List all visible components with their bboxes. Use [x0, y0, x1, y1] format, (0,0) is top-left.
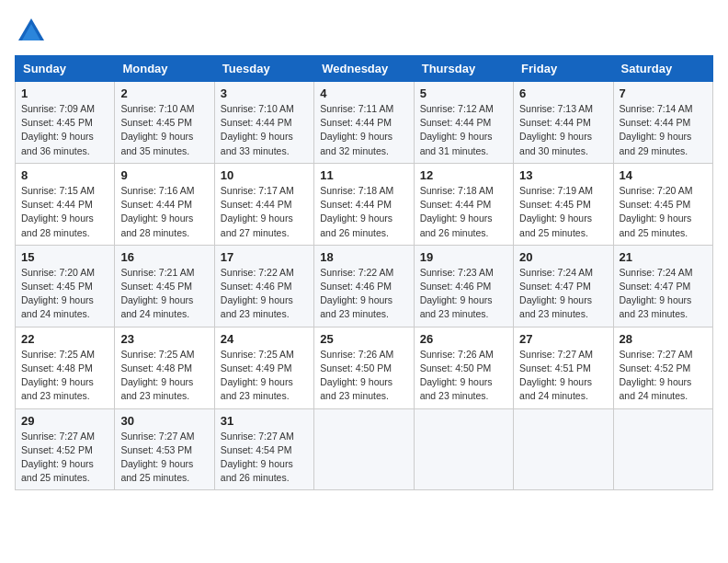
day-detail: Sunrise: 7:17 AMSunset: 4:44 PMDaylight:…: [221, 185, 294, 238]
day-number: 22: [21, 332, 108, 346]
day-detail: Sunrise: 7:09 AMSunset: 4:45 PMDaylight:…: [21, 103, 95, 156]
day-number: 23: [120, 332, 208, 346]
calendar-cell: 4 Sunrise: 7:11 AMSunset: 4:44 PMDayligh…: [314, 82, 414, 164]
calendar-cell: 21 Sunrise: 7:24 AMSunset: 4:47 PMDaylig…: [613, 245, 712, 327]
day-detail: Sunrise: 7:27 AMSunset: 4:54 PMDaylight:…: [221, 431, 294, 484]
calendar-cell: [514, 408, 613, 490]
day-detail: Sunrise: 7:27 AMSunset: 4:52 PMDaylight:…: [620, 349, 693, 402]
day-number: 31: [221, 414, 308, 428]
day-detail: Sunrise: 7:27 AMSunset: 4:51 PMDaylight:…: [519, 349, 593, 402]
day-of-week-friday: Friday: [514, 56, 613, 82]
day-detail: Sunrise: 7:25 AMSunset: 4:48 PMDaylight:…: [120, 349, 194, 402]
calendar-cell: 1 Sunrise: 7:09 AMSunset: 4:45 PMDayligh…: [16, 82, 115, 164]
day-detail: Sunrise: 7:25 AMSunset: 4:49 PMDaylight:…: [221, 349, 294, 402]
calendar-cell: 17 Sunrise: 7:22 AMSunset: 4:46 PMDaylig…: [214, 245, 313, 327]
day-number: 19: [420, 250, 507, 264]
day-number: 15: [21, 250, 108, 264]
day-detail: Sunrise: 7:10 AMSunset: 4:45 PMDaylight:…: [120, 103, 194, 156]
calendar-cell: 29 Sunrise: 7:27 AMSunset: 4:52 PMDaylig…: [16, 408, 115, 490]
day-detail: Sunrise: 7:26 AMSunset: 4:50 PMDaylight:…: [420, 349, 494, 402]
calendar-cell: 13 Sunrise: 7:19 AMSunset: 4:45 PMDaylig…: [514, 163, 613, 245]
day-detail: Sunrise: 7:21 AMSunset: 4:45 PMDaylight:…: [120, 267, 194, 320]
day-detail: Sunrise: 7:18 AMSunset: 4:44 PMDaylight:…: [320, 185, 393, 238]
calendar-cell: 15 Sunrise: 7:20 AMSunset: 4:45 PMDaylig…: [16, 245, 115, 327]
calendar-week-4: 22 Sunrise: 7:25 AMSunset: 4:48 PMDaylig…: [16, 327, 713, 408]
calendar-cell: 14 Sunrise: 7:20 AMSunset: 4:45 PMDaylig…: [613, 163, 712, 245]
day-detail: Sunrise: 7:22 AMSunset: 4:46 PMDaylight:…: [320, 267, 393, 320]
day-detail: Sunrise: 7:20 AMSunset: 4:45 PMDaylight:…: [620, 185, 693, 238]
day-of-week-monday: Monday: [115, 56, 214, 82]
day-number: 12: [420, 168, 507, 182]
day-detail: Sunrise: 7:12 AMSunset: 4:44 PMDaylight:…: [420, 103, 494, 156]
calendar-cell: 27 Sunrise: 7:27 AMSunset: 4:51 PMDaylig…: [514, 327, 613, 408]
calendar-table: SundayMondayTuesdayWednesdayThursdayFrid…: [15, 55, 713, 490]
day-number: 16: [120, 250, 208, 264]
calendar-cell: 8 Sunrise: 7:15 AMSunset: 4:44 PMDayligh…: [16, 163, 115, 245]
day-number: 18: [320, 250, 407, 264]
day-detail: Sunrise: 7:25 AMSunset: 4:48 PMDaylight:…: [21, 349, 95, 402]
day-number: 11: [320, 168, 407, 182]
calendar-cell: [613, 408, 712, 490]
calendar-cell: 28 Sunrise: 7:27 AMSunset: 4:52 PMDaylig…: [613, 327, 712, 408]
day-detail: Sunrise: 7:24 AMSunset: 4:47 PMDaylight:…: [620, 267, 693, 320]
day-number: 4: [320, 86, 407, 100]
day-detail: Sunrise: 7:23 AMSunset: 4:46 PMDaylight:…: [420, 267, 494, 320]
calendar-cell: 12 Sunrise: 7:18 AMSunset: 4:44 PMDaylig…: [414, 163, 513, 245]
day-detail: Sunrise: 7:22 AMSunset: 4:46 PMDaylight:…: [221, 267, 294, 320]
calendar-cell: 9 Sunrise: 7:16 AMSunset: 4:44 PMDayligh…: [115, 163, 214, 245]
calendar-cell: 19 Sunrise: 7:23 AMSunset: 4:46 PMDaylig…: [414, 245, 513, 327]
day-detail: Sunrise: 7:27 AMSunset: 4:53 PMDaylight:…: [120, 431, 194, 484]
calendar-week-3: 15 Sunrise: 7:20 AMSunset: 4:45 PMDaylig…: [16, 245, 713, 327]
day-detail: Sunrise: 7:14 AMSunset: 4:44 PMDaylight:…: [620, 103, 693, 156]
calendar-cell: 31 Sunrise: 7:27 AMSunset: 4:54 PMDaylig…: [214, 408, 313, 490]
calendar-cell: 23 Sunrise: 7:25 AMSunset: 4:48 PMDaylig…: [115, 327, 214, 408]
day-number: 5: [420, 86, 507, 100]
calendar-cell: 24 Sunrise: 7:25 AMSunset: 4:49 PMDaylig…: [214, 327, 313, 408]
day-detail: Sunrise: 7:26 AMSunset: 4:50 PMDaylight:…: [320, 349, 393, 402]
day-detail: Sunrise: 7:11 AMSunset: 4:44 PMDaylight:…: [320, 103, 393, 156]
day-number: 14: [620, 168, 707, 182]
calendar-cell: 3 Sunrise: 7:10 AMSunset: 4:44 PMDayligh…: [214, 82, 313, 164]
calendar-cell: 6 Sunrise: 7:13 AMSunset: 4:44 PMDayligh…: [514, 82, 613, 164]
day-number: 30: [120, 414, 208, 428]
day-detail: Sunrise: 7:27 AMSunset: 4:52 PMDaylight:…: [21, 431, 95, 484]
day-of-week-tuesday: Tuesday: [214, 56, 313, 82]
calendar-cell: [414, 408, 513, 490]
day-number: 13: [519, 168, 607, 182]
day-number: 1: [21, 86, 108, 100]
day-number: 29: [21, 414, 108, 428]
day-number: 26: [420, 332, 507, 346]
day-detail: Sunrise: 7:10 AMSunset: 4:44 PMDaylight:…: [221, 103, 294, 156]
logo: [15, 15, 51, 48]
calendar-week-2: 8 Sunrise: 7:15 AMSunset: 4:44 PMDayligh…: [16, 163, 713, 245]
day-detail: Sunrise: 7:13 AMSunset: 4:44 PMDaylight:…: [519, 103, 593, 156]
calendar-cell: 26 Sunrise: 7:26 AMSunset: 4:50 PMDaylig…: [414, 327, 513, 408]
day-number: 20: [519, 250, 607, 264]
calendar-cell: 10 Sunrise: 7:17 AMSunset: 4:44 PMDaylig…: [214, 163, 313, 245]
calendar-cell: [314, 408, 414, 490]
day-detail: Sunrise: 7:18 AMSunset: 4:44 PMDaylight:…: [420, 185, 494, 238]
calendar-cell: 18 Sunrise: 7:22 AMSunset: 4:46 PMDaylig…: [314, 245, 414, 327]
day-number: 17: [221, 250, 308, 264]
day-number: 7: [620, 86, 707, 100]
day-of-week-sunday: Sunday: [16, 56, 115, 82]
calendar-cell: 7 Sunrise: 7:14 AMSunset: 4:44 PMDayligh…: [613, 82, 712, 164]
calendar-cell: 20 Sunrise: 7:24 AMSunset: 4:47 PMDaylig…: [514, 245, 613, 327]
calendar-cell: 5 Sunrise: 7:12 AMSunset: 4:44 PMDayligh…: [414, 82, 513, 164]
day-number: 28: [620, 332, 707, 346]
day-detail: Sunrise: 7:24 AMSunset: 4:47 PMDaylight:…: [519, 267, 593, 320]
day-of-week-wednesday: Wednesday: [314, 56, 414, 82]
day-of-week-saturday: Saturday: [613, 56, 712, 82]
day-number: 10: [221, 168, 308, 182]
day-header-row: SundayMondayTuesdayWednesdayThursdayFrid…: [16, 56, 713, 82]
calendar-cell: 16 Sunrise: 7:21 AMSunset: 4:45 PMDaylig…: [115, 245, 214, 327]
day-number: 21: [620, 250, 707, 264]
day-detail: Sunrise: 7:16 AMSunset: 4:44 PMDaylight:…: [120, 185, 194, 238]
calendar-cell: 25 Sunrise: 7:26 AMSunset: 4:50 PMDaylig…: [314, 327, 414, 408]
day-of-week-thursday: Thursday: [414, 56, 513, 82]
calendar-week-1: 1 Sunrise: 7:09 AMSunset: 4:45 PMDayligh…: [16, 82, 713, 164]
day-number: 2: [120, 86, 208, 100]
day-number: 24: [221, 332, 308, 346]
day-number: 3: [221, 86, 308, 100]
day-number: 8: [21, 168, 108, 182]
